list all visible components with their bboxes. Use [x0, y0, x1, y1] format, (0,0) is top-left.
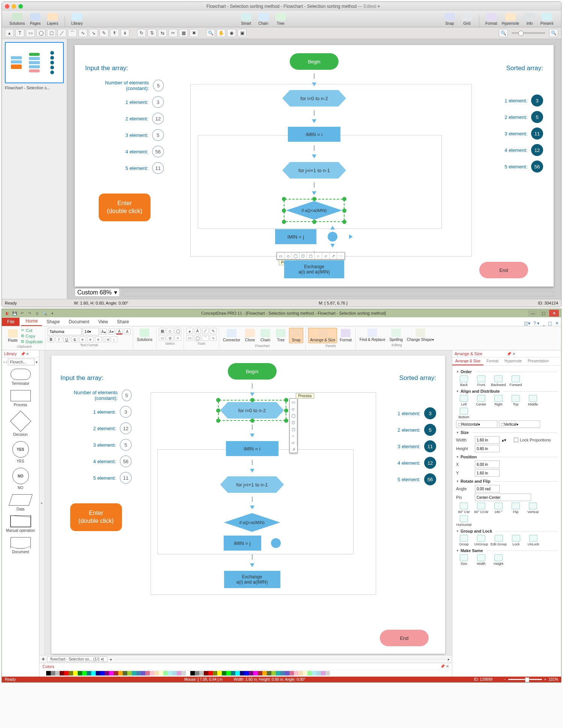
tool-line[interactable]: ／ [57, 29, 66, 37]
align-center[interactable]: Center [473, 395, 489, 406]
close-doc-icon[interactable]: ✕ [555, 321, 559, 326]
rot-header[interactable]: Rotate and Flip [456, 479, 557, 483]
tool-arc2[interactable]: ⌒ [202, 335, 209, 341]
rot-cw[interactable]: 90° CW [456, 503, 472, 514]
tool-group[interactable]: ▦ [179, 29, 188, 37]
same-header[interactable]: Make Same [456, 548, 557, 553]
tool-pencil[interactable]: ✎ [99, 29, 108, 37]
font-color[interactable]: A [116, 329, 123, 335]
wsb-diamond-icon[interactable]: ◇ [290, 405, 297, 412]
tool-distribute[interactable]: ⇆ [158, 29, 167, 37]
tool-pen[interactable]: ✎ [210, 328, 217, 334]
same-size[interactable]: Size [456, 554, 472, 566]
zoom-select[interactable]: Custom 68%▾ [75, 288, 120, 297]
sab-circle-icon[interactable]: ○ [315, 252, 322, 259]
tab-shape[interactable]: Shape [42, 318, 64, 326]
node-begin[interactable]: Begin [290, 53, 339, 70]
grp-unlock[interactable]: UnLock [525, 535, 541, 546]
tool-arc[interactable]: ⌒ [68, 29, 77, 37]
tool-stamp[interactable]: ◉ [227, 29, 236, 37]
order-front[interactable]: Front [473, 375, 489, 387]
toolbar-library[interactable]: Library [69, 12, 85, 27]
node-exchange[interactable]: Exchange a(i) and a(iMIN) [284, 260, 344, 278]
sel-type[interactable]: ◇ [167, 328, 173, 334]
tool-edit[interactable]: ✂ [169, 29, 178, 37]
node-for2[interactable]: for j=i+1 to n-1 [282, 162, 346, 179]
order-back[interactable]: Back [456, 375, 472, 387]
input-2[interactable]: 12 [152, 113, 164, 125]
align-left[interactable]: Left [456, 395, 472, 406]
pin-icon[interactable]: 📌 ✕ [21, 352, 37, 356]
toolbar-smart[interactable]: Smart [238, 12, 254, 27]
duplicate-button[interactable]: ⧉ Duplicate [21, 339, 43, 344]
node-junction[interactable] [328, 232, 337, 242]
page-tab[interactable]: flowchart - Selection so... (1/1 ▾) [47, 656, 107, 662]
win-node-begin[interactable]: Begin [228, 363, 277, 380]
wsb-term-icon[interactable]: ▢ [290, 426, 297, 432]
close-button[interactable]: ✕ [549, 310, 559, 317]
h-scrollbar[interactable] [123, 291, 554, 296]
lib-data[interactable]: Data [11, 494, 31, 511]
order-backward[interactable]: Backward [491, 375, 506, 387]
tool-ln[interactable]: ／ [202, 328, 209, 334]
win-selected-node[interactable]: for i=0 to n-2 ▭ ◇ ◯ ⬡ ▢ ○ ▱ [218, 400, 286, 421]
tool-spl[interactable]: ∿ [210, 335, 217, 341]
solutions-button[interactable]: Solutions [135, 328, 154, 342]
minimize-icon[interactable] [12, 4, 16, 9]
wsb-ellipse-icon[interactable]: ◯ [290, 412, 297, 419]
y-input[interactable]: 1.60 in [475, 469, 500, 477]
zoom-icon[interactable] [18, 4, 23, 9]
win-node-end[interactable]: End [380, 630, 429, 646]
tool-ellipse[interactable]: ◯ [36, 29, 45, 37]
sel-same[interactable]: ≈ [175, 335, 181, 341]
ws-zoom-in-icon[interactable]: + [544, 677, 546, 681]
maximize-button[interactable]: ▢ [539, 310, 548, 317]
lib-document[interactable]: Document [11, 537, 31, 554]
snap-button[interactable]: Snap [289, 328, 303, 343]
qa-undo-icon[interactable]: ↶ [19, 310, 25, 316]
toolbar-present[interactable]: Present [539, 12, 555, 27]
rp-tab-hypernote[interactable]: Hypernote [501, 357, 525, 365]
pos-header[interactable]: Position [456, 455, 557, 459]
spelling-button[interactable]: Spelling [388, 328, 404, 342]
font-size[interactable]: 14 ▾ [83, 328, 99, 335]
file-tab[interactable]: File [2, 318, 20, 326]
restore-icon[interactable]: ▢ [548, 321, 552, 326]
flip-h[interactable]: Horizontal [456, 515, 472, 527]
tool-hand[interactable]: ✋ [217, 29, 226, 37]
input-3[interactable]: 5 [152, 129, 164, 141]
tool-gap2[interactable]: ↡ [120, 29, 129, 37]
align-header[interactable]: Align and Distribute [456, 389, 557, 393]
qa-icon[interactable]: ◧ [4, 310, 10, 316]
qa-save-icon[interactable]: 💾 [12, 310, 18, 316]
size-header[interactable]: Size [456, 430, 557, 435]
rp-tab-arrange[interactable]: Arrange & Size [452, 357, 483, 365]
align-right[interactable]: Right [491, 395, 506, 406]
ws-zoom-out-icon[interactable]: − [504, 677, 506, 681]
node-end[interactable]: End [479, 262, 528, 278]
same-height[interactable]: Height [491, 554, 506, 566]
tab-share[interactable]: Share [113, 318, 134, 326]
sab-data-icon[interactable]: ▱ [322, 252, 330, 259]
grow-font[interactable]: A▴ [100, 329, 107, 335]
win-node-for2[interactable]: for j=i+1 to n-1 [220, 476, 284, 493]
win-in-2[interactable]: 12 [120, 422, 132, 434]
align-right[interactable]: ≡ [95, 336, 102, 342]
win-enter-button[interactable]: Enter (double click) [70, 503, 122, 531]
rot-ccw[interactable]: 90° CCW [473, 503, 489, 514]
sel-none[interactable]: ⊘ [167, 335, 173, 341]
add-page-icon[interactable]: ✚ [42, 657, 45, 661]
spacing[interactable]: ↕ [111, 336, 117, 342]
zoom-out[interactable]: 🔍 [499, 29, 508, 37]
ws-zoom-slider[interactable] [508, 679, 542, 680]
align-left[interactable]: ≡ [79, 336, 86, 342]
collapsed-pages[interactable]: ◂ [39, 350, 45, 655]
lib-terminator[interactable]: Terminator [11, 369, 31, 386]
qa-search-icon[interactable]: 🔍 [42, 310, 48, 316]
clone-button[interactable]: Clone [243, 328, 257, 343]
lib-process[interactable]: Process [11, 390, 31, 407]
tool-rotate[interactable]: ↻ [137, 29, 146, 37]
same-width[interactable]: Width [473, 554, 489, 566]
grp-group[interactable]: Group [456, 535, 472, 546]
order-header[interactable]: Order [456, 369, 557, 374]
